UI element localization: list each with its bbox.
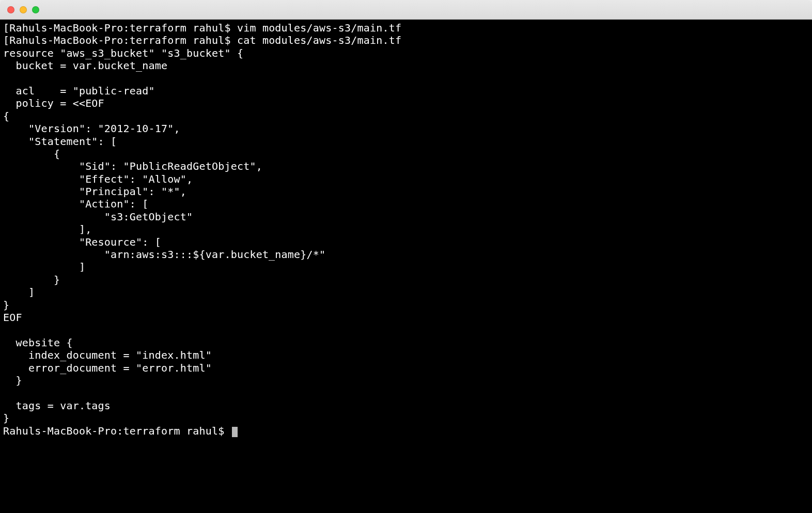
prompt-line-3: Rahuls-MacBook-Pro:terraform rahul$ <box>3 425 809 437</box>
maximize-icon[interactable] <box>32 6 39 13</box>
shell-prompt: [Rahuls-MacBook-Pro:terraform rahul$ <box>3 34 237 46</box>
shell-prompt: [Rahuls-MacBook-Pro:terraform rahul$ <box>3 22 237 34</box>
prompt-line-1: [Rahuls-MacBook-Pro:terraform rahul$ vim… <box>3 22 809 34</box>
command-text: vim modules/aws-s3/main.tf <box>237 22 401 34</box>
command-output: resource "aws_s3_bucket" "s3_bucket" { b… <box>3 47 809 425</box>
command-text: cat modules/aws-s3/main.tf <box>237 34 401 46</box>
window-titlebar[interactable] <box>0 0 812 20</box>
close-icon[interactable] <box>7 6 14 13</box>
prompt-line-2: [Rahuls-MacBook-Pro:terraform rahul$ cat… <box>3 34 809 46</box>
terminal-viewport[interactable]: [Rahuls-MacBook-Pro:terraform rahul$ vim… <box>0 20 812 513</box>
minimize-icon[interactable] <box>20 6 27 13</box>
shell-prompt: Rahuls-MacBook-Pro:terraform rahul$ <box>3 425 231 437</box>
cursor-icon <box>232 427 238 437</box>
terminal-window: [Rahuls-MacBook-Pro:terraform rahul$ vim… <box>0 0 812 513</box>
